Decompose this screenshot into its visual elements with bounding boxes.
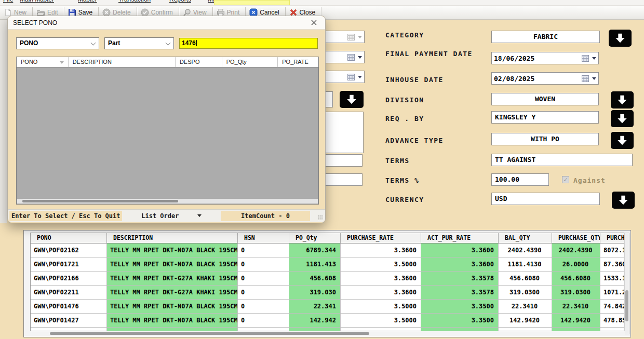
part-field-dropdown[interactable]: Part: [104, 37, 174, 49]
table-row[interactable]: GWN\POF02211TELLY MM RPET DKT-G27A KHAKI…: [31, 286, 624, 300]
table-row[interactable]: GWN\POF02162TELLY MM RPET DKT-N07A BLACK…: [31, 243, 624, 257]
table-cell: 3.3600: [421, 243, 499, 257]
table-cell: [31, 328, 107, 331]
category-lookup-button[interactable]: [609, 30, 632, 47]
table-row[interactable]: GWN\POF01476TELLY MM RPET DKT-N07A BLACK…: [31, 300, 624, 314]
dropdown-arrow-icon[interactable]: [358, 56, 362, 59]
table-cell: 22.3410: [552, 300, 600, 313]
category-value[interactable]: FABRIC: [491, 31, 600, 43]
inhouse-date-field[interactable]: 02/08/2025: [491, 72, 599, 85]
table-cell: TELLY MM RPET DKT-N07A BLACK 195CM: [107, 243, 238, 257]
column-header-act_pur_rate[interactable]: ACT_PUR_RATE: [421, 233, 499, 243]
column-header-po_qty[interactable]: PO_Qty: [289, 233, 341, 243]
currency-value[interactable]: USD: [491, 193, 600, 205]
calendar-icon: [347, 54, 355, 61]
table-cell: TELLY MM RPET DKT-N07A BLACK 195CM: [107, 314, 238, 327]
table-cell: 3.5000: [341, 314, 421, 327]
table-row[interactable]: [31, 328, 624, 331]
currency-lookup-button[interactable]: [612, 192, 635, 209]
terms-value[interactable]: TT AGAINST: [491, 154, 633, 166]
calendar-icon: [347, 74, 355, 80]
hscrollbar-thumb[interactable]: [22, 200, 178, 202]
menubar: File Main Master Master Transaction Repo…: [0, 0, 644, 6]
req-by-lookup-button[interactable]: [611, 110, 634, 127]
table-cell: 3.3500: [421, 300, 499, 313]
column-header-pono[interactable]: PONO: [17, 57, 69, 67]
table-cell: GWN\POF02162: [31, 243, 107, 257]
column-header-hsn[interactable]: HSN: [238, 233, 289, 243]
menu-main-master[interactable]: Main Master: [20, 0, 54, 3]
table-cell: 478.85: [600, 314, 624, 327]
save-button-label: Save: [78, 9, 92, 16]
column-header-po-rate[interactable]: PO_RATE: [278, 57, 318, 67]
table-cell: [107, 328, 238, 331]
table-cell: 3.3600: [341, 272, 421, 285]
column-header-pono[interactable]: PONO: [31, 233, 107, 243]
list-order-dropdown[interactable]: List Order: [122, 211, 221, 221]
select-pono-dialog: SELECT PONO PONO Part 1476 PONO DESCRIPT…: [7, 16, 326, 223]
hscrollbar-thumb[interactable]: [50, 332, 369, 335]
table-row[interactable]: GWN\POF01721TELLY MM RPET DKT-N07A BLACK…: [31, 257, 624, 272]
table-cell: 3.3600: [421, 257, 499, 271]
table-hscrollbar: [30, 331, 625, 336]
column-header-purchase_rate[interactable]: PURCHASE_RATE: [341, 233, 421, 243]
part-field-dropdown-value: Part: [108, 39, 120, 47]
table-cell: 2402.4390: [552, 243, 600, 257]
dropdown-arrow-icon[interactable]: [592, 77, 596, 80]
column-header-purcha[interactable]: PURCHA: [600, 233, 624, 243]
cancel-button-label: Cancel: [260, 9, 279, 16]
table-cell: 2402.4390: [499, 243, 552, 257]
req-by-value[interactable]: KINGSLEY Y: [491, 111, 599, 124]
table-cell: 0: [238, 257, 289, 271]
table-row[interactable]: GWN\POF01427TELLY MM RPET DKT-N07A BLACK…: [31, 314, 624, 328]
table-cell: GWN\POF01721: [31, 257, 107, 271]
menu-master[interactable]: Master: [78, 0, 97, 3]
search-input-value: 1476: [182, 39, 196, 47]
column-header-despo[interactable]: DESPO: [176, 57, 222, 67]
final-payment-date-field[interactable]: 18/06/2025: [491, 52, 599, 64]
pono-field-dropdown[interactable]: PONO: [16, 37, 99, 49]
final-payment-date-label: FINAL PAYMENT DATE: [385, 50, 474, 58]
advance-type-lookup-button[interactable]: [611, 132, 634, 149]
table-cell: 3.3578: [421, 272, 499, 285]
advance-type-value[interactable]: WITH PO: [491, 133, 599, 145]
purchase-order-table-panel: PONODESCRIPTIONHSNPO_QtyPURCHASE_RATEACT…: [23, 230, 631, 337]
dropdown-arrow-icon[interactable]: [358, 76, 362, 78]
table-cell: TELLY MM RPET DKT-N07A BLACK 195CM: [107, 257, 238, 271]
table-cell: GWN\POF02166: [31, 272, 107, 285]
column-header-description[interactable]: DESCRIPTION: [107, 233, 238, 243]
resize-grip[interactable]: [318, 215, 323, 220]
division-value[interactable]: WOVEN: [491, 93, 599, 105]
table-cell: 142.9420: [499, 314, 552, 327]
column-header-bal_qty[interactable]: BAL_QTY: [499, 233, 552, 243]
search-input[interactable]: 1476: [179, 38, 318, 49]
terms-pct-value[interactable]: 100.00: [491, 173, 549, 186]
item-count: ItemCount - 0: [221, 211, 310, 221]
filter-arrow-icon[interactable]: [60, 61, 64, 64]
final-payment-date-value: 18/06/2025: [494, 55, 582, 62]
vscrollbar-thumb[interactable]: [625, 290, 628, 321]
division-label: DIVISION: [385, 96, 424, 104]
menu-transaction[interactable]: Transaction: [118, 0, 151, 3]
partial-lookup-button[interactable]: [340, 91, 364, 108]
column-header-purchase_qty[interactable]: PURCHASE_QTY: [552, 233, 600, 243]
category-label: CATEGORY: [385, 31, 424, 39]
dialog-grid-hscrollbar: [17, 199, 318, 204]
column-header-description[interactable]: DESCRIPTION: [69, 57, 176, 67]
table-cell: 142.9420: [552, 314, 600, 327]
dialog-results-grid[interactable]: PONO DESCRIPTION DESPO PO_Qty PO_RATE: [16, 57, 319, 205]
calendar-icon: [347, 34, 355, 40]
column-header-po-qty[interactable]: PO_Qty: [222, 57, 278, 67]
menu-file[interactable]: File: [3, 0, 13, 3]
status-hint: Enter To Select / Esc To Quit: [9, 211, 122, 221]
new-button-label: New: [14, 9, 26, 16]
table-cell: 3.3600: [341, 286, 421, 299]
down-arrow-icon: [616, 94, 628, 106]
dialog-close-button[interactable]: [307, 18, 320, 28]
division-lookup-button[interactable]: [611, 91, 634, 109]
against-checkbox[interactable]: ✓: [562, 176, 569, 183]
table-row[interactable]: GWN\POF02166TELLY MM RPET DKT-G27A KHAKI…: [31, 272, 624, 286]
dropdown-arrow-icon[interactable]: [592, 57, 596, 60]
menu-reports[interactable]: Reports: [169, 0, 191, 3]
menubar-highlight: [214, 0, 290, 5]
